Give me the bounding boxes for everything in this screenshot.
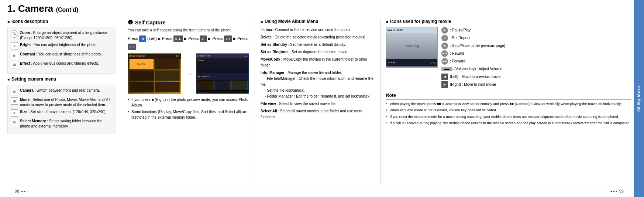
mode-icon: ▣ <box>11 97 18 105</box>
setting-size-row: ≡ Size : Set size of movie screen. (176x… <box>11 109 113 117</box>
note-title: Note <box>386 93 631 99</box>
icons-description-title: Icons description <box>7 19 116 24</box>
title-cont: (Cont'd) <box>56 7 79 13</box>
icon-stop-move: ■ : Stop/Move to the previous page) <box>441 43 505 49</box>
chapter-tab: 08 My Moto <box>634 0 644 197</box>
self-capture-subtitle: You can take a self capture using the fr… <box>128 28 249 32</box>
movie-item-isbox: i's box : Connect to i's box service and… <box>261 27 375 33</box>
movie-item-standby: Set as Standby : Set the movie as a defa… <box>261 42 375 48</box>
size-text: Size : Set size of movie screen. (176x14… <box>20 109 106 115</box>
mode-text: Mode : Select one of Photo, Movie, Movie… <box>20 97 113 108</box>
repeat-icon: ↺ <box>441 35 448 41</box>
icons-playing-title: Icons used for playing movie <box>386 19 631 24</box>
btn-1: 1 · <box>200 35 207 42</box>
screenshot-2: Movie Film 1/1 Video ▶ Video003 <box>196 53 249 94</box>
press-label-2: Press <box>162 35 172 43</box>
note-functions: Some functions (Display, Move/Copy files… <box>128 109 249 120</box>
arrow-between-screenshots: → <box>184 68 193 79</box>
arrow-4: ▶ <box>233 35 236 42</box>
column-icons: Icons description 🔍 Zoom : Enlarge an ob… <box>7 19 122 185</box>
icon-right-movie: ► (Right) : Move to next movie <box>441 81 505 88</box>
arrow-1: ▶ <box>158 35 161 42</box>
arrow-2: ▶ <box>184 35 187 42</box>
note-2: When etiquette mode is not released, vol… <box>386 108 631 113</box>
movie-preview-container: ■■■ ≡≡ 16:88 Preparing ◄ ■ ▶ 00:00 <box>386 27 438 89</box>
arrow-3: ▶ <box>208 35 211 42</box>
self-capture-number: ❷ <box>128 19 133 26</box>
bright-text: Bright : You can adjust brightness of th… <box>20 43 97 48</box>
stop-icon: ■ <box>441 43 448 49</box>
memory-icon: ⊡ <box>11 119 18 126</box>
movie-preview-image: ■■■ ≡≡ 16:88 Preparing ◄ ■ ▶ 00:00 <box>386 27 438 68</box>
contrast-icon: ◐ <box>11 52 18 59</box>
icon-volume: ▬▬ (Volume key) : Adjust Volume <box>441 66 505 72</box>
setting-camera-row: ⊞ Camera : Switch between front and rear… <box>11 88 113 95</box>
effect-text: Effect : Apply various colors and filter… <box>20 61 99 66</box>
column-self-capture: ❷ Self Capture You can take a self captu… <box>122 19 255 185</box>
movie-album-items: i's box : Connect to i's box service and… <box>261 27 375 120</box>
press-label-4: Press <box>212 35 223 43</box>
self-capture-notes: If you press ■ (Right) in the photo prev… <box>128 97 249 120</box>
forward-icon: ▶▶ <box>441 58 448 65</box>
icon-rewind: ◄◄ : Rewind <box>441 50 505 57</box>
icon-bright-row: ☀ Bright : You can adjust brightness of … <box>11 43 113 50</box>
contrast-text: Contrast : You can adjust sharpness of t… <box>20 52 102 57</box>
press-label-3: Press <box>188 35 199 43</box>
effect-icon: ▦ <box>11 61 18 68</box>
column-icons-playing: Icons used for playing movie ■■■ ≡≡ 16:8… <box>380 19 631 185</box>
btn-2a: 2 ÷ <box>224 35 232 42</box>
right-arrow-icon: ► <box>441 81 448 88</box>
movie-item-ringtone: Set as Ringtone : Set as ringtone for se… <box>261 49 375 55</box>
volume-key-icon: ▬▬ <box>441 67 452 71</box>
setting-camera-title: Setting camera menu <box>7 77 116 82</box>
bright-icon: ☀ <box>11 43 18 50</box>
page-title: 1. Camera (Cont'd) <box>7 3 631 14</box>
note-list: When paying the movie press ■■ (Camera) … <box>386 101 631 126</box>
zoom-icon: 🔍 <box>11 30 18 38</box>
icon-zoom-row: 🔍 Zoom : Enlarge an object captured at a… <box>11 30 113 41</box>
btn-2b: 2 ÷ <box>128 44 136 50</box>
footer-right: ● ● ● 99 <box>610 189 624 193</box>
zoom-text: Zoom : Enlarge an object captured at a l… <box>20 30 113 41</box>
camera-text: Camera : Switch between front and rear c… <box>20 88 100 93</box>
note-1: When paying the movie press ■■ (Camera) … <box>386 101 631 106</box>
icon-forward: ▶▶ : Forward <box>441 58 505 65</box>
camera-icon: ⊞ <box>11 88 18 95</box>
icon-left-movie: ◄ (Left) : Move to previous movie <box>441 74 505 80</box>
screenshots-row: Basic Capture 1/1 Best Film <box>128 53 249 94</box>
icon-contrast-row: ◐ Contrast : You can adjust sharpness of… <box>11 52 113 59</box>
movie-preparing-text: Preparing <box>404 44 419 48</box>
press-steps-line: Press ◄ (Left) ▶ Press 5 ▲ ▶ Press 1 · ▶… <box>128 35 249 50</box>
icons-block: 🔍 Zoom : Enlarge an object captured at a… <box>7 27 116 74</box>
left-arrow-icon: ◄ <box>441 74 448 80</box>
memory-text: Select Memory : Select saving folder bet… <box>20 119 113 129</box>
rewind-icon: ◄◄ <box>441 50 448 57</box>
press-label-1: Press <box>128 35 138 43</box>
setting-memory-row: ⊡ Select Memory : Select saving folder b… <box>11 119 113 129</box>
size-icon: ≡ <box>11 109 18 117</box>
main-columns: Icons description 🔍 Zoom : Enlarge an ob… <box>7 19 631 185</box>
title-text: 1. Camera <box>7 3 53 14</box>
movie-item-fileview: File view : Select to view the saved mov… <box>261 101 375 107</box>
icon-set-repeat: ↺ : Set Repeat <box>441 35 505 41</box>
page-num-right: 99 <box>619 189 624 193</box>
movie-item-movecopy: Move/Copy : Move/Copy the movies in the … <box>261 57 375 68</box>
note-section: Note When paying the movie press ■■ (Cam… <box>386 93 631 126</box>
chapter-label: 08 My Moto <box>637 86 641 112</box>
movie-item-selectall: Select All : Select all saved movies in … <box>261 108 375 120</box>
screenshot-1: Basic Capture 1/1 Best Film <box>128 53 181 94</box>
column-movie-album: Using Movie Album Menu i's box : Connect… <box>255 19 380 185</box>
note-3: If you reset the etiquette mode for a mo… <box>386 114 631 119</box>
footer-left: 98 ● ● ○ <box>15 189 28 193</box>
note-4: If a call is received during playing, th… <box>386 120 631 126</box>
settings-block: ⊞ Camera : Switch between front and rear… <box>7 85 116 134</box>
footer: 98 ● ● ○ ● ● ● 99 <box>7 187 631 195</box>
movie-item-delete: Delete : Delete the selected movie (excl… <box>261 34 375 40</box>
btn-5: 5 ▲ <box>173 35 183 42</box>
note-right-btn: If you press ■ (Right) in the photo prev… <box>128 97 249 108</box>
btn-left: ◄ <box>139 35 146 42</box>
icon-effect-row: ▦ Effect : Apply various colors and filt… <box>11 61 113 68</box>
icons-playing-content: ■■■ ≡≡ 16:88 Preparing ◄ ■ ▶ 00:00 <box>386 27 631 89</box>
page-container: 1. Camera (Cont'd) Icons description 🔍 Z… <box>0 0 644 197</box>
page-num-left: 98 <box>15 189 19 193</box>
